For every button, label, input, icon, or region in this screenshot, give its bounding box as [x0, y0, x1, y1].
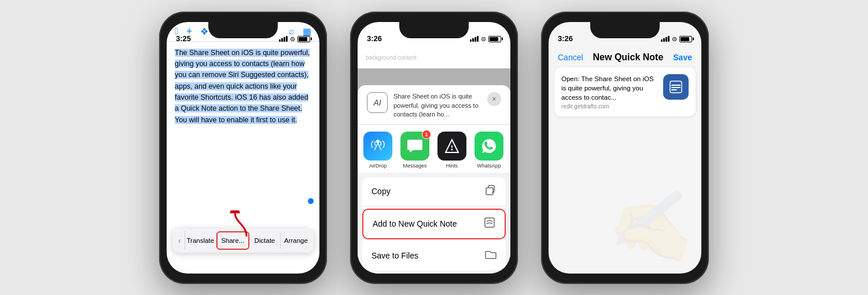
status-icons-3: ⊜: [661, 35, 692, 43]
wifi-icon-1: ⊜: [290, 35, 295, 43]
share-sheet[interactable]: AI Share Sheet on iOS is quite powerful,…: [358, 85, 510, 273]
svg-rect-9: [671, 87, 681, 88]
bar1b: [470, 39, 472, 42]
bar3: [284, 37, 285, 42]
selected-text: The Share Sheet on iOS is quite powerful…: [175, 49, 310, 124]
bar2b: [472, 38, 474, 42]
quick-note-action[interactable]: Add to New Quick Note: [362, 209, 506, 239]
notch-2: [399, 22, 469, 38]
note-link-url: redir.getdrafts.com: [561, 103, 657, 110]
folder-icon: [485, 249, 496, 263]
messages-item[interactable]: 1 Messages: [399, 132, 431, 169]
share-close-btn[interactable]: ×: [487, 92, 501, 106]
copy-icon: [485, 184, 496, 199]
whatsapp-label: WhatsApp: [477, 163, 501, 169]
status-time-1: 3:25: [176, 34, 191, 43]
note-nav-bar: Cancel New Quick Note Save: [549, 48, 701, 67]
signal-3: [661, 36, 670, 42]
battery-fill-1: [299, 37, 307, 41]
save-btn[interactable]: Save: [673, 53, 692, 62]
phone-3-screen: ✍ 3:26 ⊜: [549, 22, 701, 274]
quick-note-icon: [484, 217, 495, 231]
status-icons-2: ⊜: [470, 35, 501, 43]
note-title: New Quick Note: [593, 52, 664, 63]
cancel-btn[interactable]: Cancel: [558, 53, 583, 62]
note-text-block: Open: The Share Sheet on iOS is quite po…: [561, 74, 657, 110]
editor-content: The Share Sheet on iOS is quite powerful…: [167, 42, 319, 132]
battery-fill-2: [490, 37, 498, 41]
share-overlay: AI Share Sheet on iOS is quite powerful,…: [358, 68, 510, 274]
ai-icon: AI: [367, 92, 388, 113]
messages-label: Messages: [403, 163, 426, 169]
status-time-2: 3:26: [367, 34, 382, 43]
notch-3: [590, 22, 660, 38]
share-header: AI Share Sheet on iOS is quite powerful,…: [358, 85, 510, 124]
selection-handle: [308, 198, 314, 204]
note-link-title: Open: The Share Sheet on iOS is quite po…: [561, 74, 657, 102]
svg-rect-10: [671, 89, 677, 90]
battery-fill-3: [681, 37, 689, 41]
dictate-btn[interactable]: Dictate: [249, 232, 281, 249]
svg-rect-8: [671, 85, 681, 86]
save-files-label: Save to Files: [372, 251, 418, 260]
bg-text: background content: [366, 54, 417, 61]
phone-1: 3:25 ⊜: [159, 12, 327, 284]
phones-container: 3:25 ⊜: [0, 0, 868, 295]
status-icons-1: ⊜: [279, 35, 310, 43]
bar1: [279, 39, 281, 42]
whatsapp-item[interactable]: WhatsApp: [473, 132, 505, 169]
hints-icon: [437, 132, 466, 161]
phone-2: 3:26 ⊜: [350, 12, 518, 284]
hints-label: Hints: [446, 163, 458, 169]
battery-1: [297, 36, 310, 42]
phone-2-screen: 3:26 ⊜: [358, 22, 510, 274]
status-time-3: 3:26: [558, 34, 573, 43]
phone-1-wrapper: 3:25 ⊜: [159, 12, 327, 284]
bar4c: [668, 36, 670, 42]
arrange-btn[interactable]: Arrange: [281, 232, 311, 249]
battery-3: [679, 36, 692, 42]
phone-1-screen: 3:25 ⊜: [167, 22, 319, 274]
hints-item[interactable]: Hints: [436, 132, 468, 169]
action-list: Copy Add to New Quick No: [362, 177, 506, 270]
note-content-area: Open: The Share Sheet on iOS is quite po…: [554, 67, 696, 116]
wifi-icon-3: ⊜: [672, 35, 677, 43]
context-chevron[interactable]: ‹: [175, 231, 185, 250]
airdrop-label: AirDrop: [369, 163, 387, 169]
bar2c: [663, 38, 665, 42]
app-icons-row: AirDrop 1: [358, 125, 510, 174]
save-files-action[interactable]: Save to Files: [362, 242, 506, 270]
wifi-icon-2: ⊜: [481, 35, 486, 43]
airdrop-item[interactable]: AirDrop: [362, 132, 393, 169]
signal-1: [279, 36, 288, 42]
phone-3-wrapper: ✍ 3:26 ⊜: [541, 12, 709, 284]
signal-2: [470, 36, 479, 42]
whatsapp-icon: [475, 132, 503, 161]
arrow-indicator: [229, 210, 252, 242]
quick-note-screen: Cancel New Quick Note Save Open: The Sha…: [549, 22, 701, 274]
bar3b: [475, 37, 476, 42]
messages-badge: 1: [422, 130, 431, 139]
quick-note-label: Add to New Quick Note: [373, 219, 457, 228]
drafts-app-icon: [663, 74, 689, 100]
battery-2: [488, 36, 501, 42]
notch-1: [208, 22, 278, 38]
svg-rect-5: [486, 188, 493, 195]
bar1c: [661, 39, 663, 42]
share-title: Share Sheet on iOS is quite powerful, gi…: [393, 92, 481, 119]
copy-label: Copy: [372, 187, 391, 196]
bar4: [286, 36, 288, 42]
translate-btn[interactable]: Translate: [185, 232, 216, 249]
bar2: [281, 38, 283, 42]
copy-action[interactable]: Copy: [362, 177, 506, 206]
svg-point-4: [451, 148, 453, 150]
bar3c: [665, 37, 667, 42]
airdrop-icon: [363, 132, 392, 161]
bar4b: [477, 36, 479, 42]
phone-2-wrapper: 3:26 ⊜: [350, 12, 518, 284]
phone-3: ✍ 3:26 ⊜: [541, 12, 709, 284]
